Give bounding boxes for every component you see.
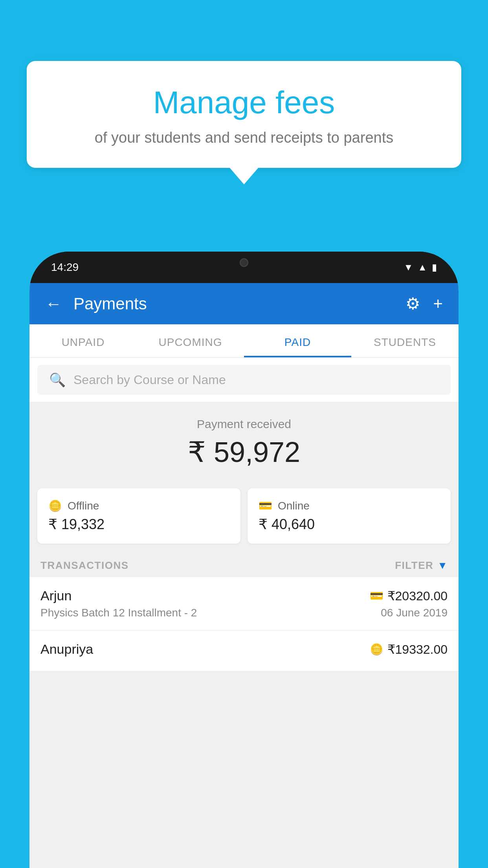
wifi-icon: ▼ <box>404 262 413 273</box>
phone-screen: ← Payments ⚙ + UNPAID UPCOMING PAID STUD… <box>29 283 459 868</box>
tab-students[interactable]: STUDENTS <box>351 324 459 357</box>
card-top-row-online: 💳 Online <box>259 499 440 512</box>
table-row[interactable]: Arjun 💳 ₹20320.00 Physics Batch 12 Insta… <box>29 577 459 631</box>
manage-fees-subtitle: of your students and send receipts to pa… <box>50 129 438 146</box>
transaction-name-anupriya: Anupriya <box>40 642 93 657</box>
offline-label: Offline <box>68 500 99 512</box>
filter-area[interactable]: FILTER ▼ <box>395 559 448 572</box>
payment-received-section: Payment received ₹ 59,972 <box>29 402 459 480</box>
transaction-name-arjun: Arjun <box>40 588 72 603</box>
online-label: Online <box>278 500 310 512</box>
header-title: Payments <box>73 294 147 313</box>
phone-time: 14:29 <box>51 261 79 274</box>
transaction-top-arjun: Arjun 💳 ₹20320.00 <box>40 588 448 603</box>
tab-upcoming[interactable]: UPCOMING <box>137 324 244 357</box>
manage-fees-title: Manage fees <box>50 85 438 121</box>
transaction-amount-row-anupriya: 🪙 ₹19332.00 <box>370 642 448 657</box>
filter-label: FILTER <box>395 559 433 572</box>
transactions-label: TRANSACTIONS <box>40 559 129 572</box>
transaction-amount-row-arjun: 💳 ₹20320.00 <box>370 588 448 603</box>
transaction-bottom-arjun: Physics Batch 12 Installment - 2 06 June… <box>40 607 448 619</box>
signal-icon: ▲ <box>418 262 427 273</box>
phone-frame: 14:29 ▼ ▲ ▮ ← Payments ⚙ + UNPAID UPCOMI… <box>29 252 459 868</box>
add-icon[interactable]: + <box>433 294 443 313</box>
settings-icon[interactable]: ⚙ <box>405 294 420 313</box>
search-bar-container: 🔍 Search by Course or Name <box>29 358 459 402</box>
card-top-row-offline: 🪙 Offline <box>48 499 229 512</box>
back-button[interactable]: ← <box>45 294 62 313</box>
phone-camera <box>240 258 248 267</box>
header-right: ⚙ + <box>405 294 443 313</box>
header-left: ← Payments <box>45 294 147 313</box>
speech-bubble: Manage fees of your students and send re… <box>27 61 461 168</box>
payment-type-icon-anupriya: 🪙 <box>370 643 383 656</box>
transaction-top-anupriya: Anupriya 🪙 ₹19332.00 <box>40 642 448 657</box>
payment-type-icon-arjun: 💳 <box>370 589 383 602</box>
app-header: ← Payments ⚙ + <box>29 283 459 324</box>
status-bar: 14:29 ▼ ▲ ▮ <box>29 252 459 283</box>
transaction-date-arjun: 06 June 2019 <box>381 607 448 619</box>
transaction-amount-anupriya: ₹19332.00 <box>387 642 448 657</box>
payment-received-label: Payment received <box>37 417 451 431</box>
transaction-amount-arjun: ₹20320.00 <box>387 588 448 603</box>
status-icons: ▼ ▲ ▮ <box>404 262 437 273</box>
search-placeholder-text: Search by Course or Name <box>73 373 226 387</box>
battery-icon: ▮ <box>432 262 437 273</box>
online-amount: ₹ 40,640 <box>259 516 440 533</box>
tab-unpaid[interactable]: UNPAID <box>29 324 137 357</box>
payment-received-amount: ₹ 59,972 <box>37 436 451 469</box>
offline-payment-card: 🪙 Offline ₹ 19,332 <box>37 488 240 544</box>
search-bar[interactable]: 🔍 Search by Course or Name <box>37 365 451 395</box>
online-icon: 💳 <box>259 499 272 512</box>
search-icon: 🔍 <box>49 372 66 388</box>
tab-paid[interactable]: PAID <box>244 324 351 357</box>
transactions-header: TRANSACTIONS FILTER ▼ <box>29 552 459 577</box>
payment-cards-row: 🪙 Offline ₹ 19,332 💳 Online ₹ 40,640 <box>29 480 459 552</box>
filter-icon: ▼ <box>437 559 448 572</box>
online-payment-card: 💳 Online ₹ 40,640 <box>248 488 451 544</box>
offline-amount: ₹ 19,332 <box>48 516 229 533</box>
offline-icon: 🪙 <box>48 499 62 512</box>
transaction-course-arjun: Physics Batch 12 Installment - 2 <box>40 607 197 619</box>
speech-bubble-container: Manage fees of your students and send re… <box>27 61 461 168</box>
tabs-bar: UNPAID UPCOMING PAID STUDENTS <box>29 324 459 358</box>
table-row[interactable]: Anupriya 🪙 ₹19332.00 <box>29 631 459 671</box>
phone-notch <box>218 252 270 273</box>
